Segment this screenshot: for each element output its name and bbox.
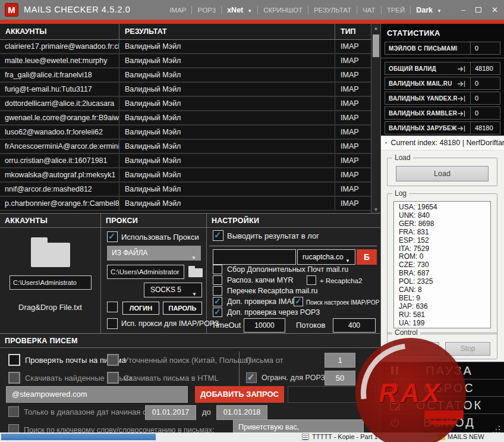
table-row[interactable]: malte.leue@ewetel.net:murphyВалидный Мэй… (0, 54, 371, 68)
load-button[interactable]: Load (396, 166, 489, 181)
date-range-checkbox[interactable] (8, 406, 19, 417)
menu-item-чат[interactable]: ЧАТ (357, 7, 380, 14)
result-cell: Валидный Мэйл (119, 83, 335, 96)
table-scrollbar[interactable]: ▲ ▼ (371, 24, 380, 214)
remainder-button[interactable]: ОСТАТОК (381, 396, 504, 413)
table-row[interactable]: dottordellicarri@alice.it:2lucasaraВалид… (0, 97, 371, 111)
pop3-limit-input[interactable]: 50 (325, 371, 355, 385)
resize-grip[interactable] (493, 425, 501, 433)
dragdrop-folder-icon[interactable] (31, 237, 70, 267)
maximize-button[interactable] (475, 7, 481, 12)
scroll-up-icon[interactable]: ▲ (371, 26, 380, 31)
download-html-checkbox[interactable] (107, 372, 119, 384)
download-found-checkbox[interactable] (8, 372, 20, 384)
accounts-path-input[interactable]: C:\Users\Administrato (10, 275, 92, 290)
menu-item-pop3[interactable]: POP3 (192, 7, 221, 14)
date-from-input[interactable]: 01.01.2017 (145, 405, 196, 420)
timeout-input[interactable]: 10000 (244, 318, 285, 333)
extra-imap-checkbox[interactable] (213, 297, 222, 306)
proxy-login-button[interactable]: ЛОГИН (122, 302, 159, 315)
query-secondary-button[interactable] (288, 386, 376, 403)
captcha-myr-checkbox[interactable] (213, 275, 222, 285)
account-cell: p.charbonnier@orange.fr:Cambel82 (0, 197, 119, 210)
extra-pop3-checkbox[interactable] (213, 308, 222, 317)
export-arrow-icon[interactable] (457, 94, 470, 102)
result-cell: Валидный Мэйл (119, 97, 335, 110)
proxy-auth-checkbox[interactable] (107, 302, 118, 312)
recaptcha-mailru-checkbox[interactable] (213, 286, 222, 296)
table-row[interactable]: frAncescoerminiA@arcor.de:erminiaВалидны… (0, 140, 371, 154)
use-proxy-checkbox[interactable] (107, 231, 118, 242)
accounts-panel: АККАУНТЫ C:\Users\Administrato Drag&Drop… (0, 214, 101, 334)
captcha-myr-label: Распоз. капчи MYR (227, 276, 294, 284)
menu-item-скриншот[interactable]: СКРИНШОТ (258, 7, 308, 14)
background-folder-label[interactable]: MAILS NEW (448, 433, 484, 440)
pop3-limit-checkbox[interactable] (246, 372, 257, 383)
query-input[interactable]: @steampowered.com (6, 386, 188, 403)
proxy-type-select[interactable]: SOCKS 5▼ (144, 283, 202, 297)
account-cell: luso62@wanadoo.fr:loreleii62 (0, 126, 119, 139)
close-button[interactable]: ✕ (492, 6, 498, 14)
account-cell: malte.leue@ewetel.net:murphy (0, 54, 119, 67)
account-cell: furig@t-email.hu:Tutu3117 (0, 83, 119, 96)
menu-item-результат[interactable]: РЕЗУЛЬТАТ (308, 7, 357, 14)
table-row[interactable]: clairiere17.primaire@wanadoo.fr:clairiВа… (0, 40, 371, 54)
column-header-type[interactable]: ТИП (335, 24, 371, 39)
log-result-checkbox[interactable] (213, 230, 223, 241)
date-to-input[interactable]: 01.01.2018 (216, 405, 267, 420)
background-window-title[interactable]: ТТТТТ - Kopie - Part 1 (312, 433, 378, 440)
collect-mailru-checkbox[interactable] (213, 265, 222, 274)
imap-pop-settings-checkbox[interactable] (294, 297, 303, 306)
extra-imap-label: Доп. проверка IMAP (227, 297, 297, 306)
start-button[interactable]: Start (394, 342, 439, 356)
table-row[interactable]: mkowalska@autograf.pl:meksyk1Валидный Мэ… (0, 168, 371, 183)
table-row[interactable]: p.charbonnier@orange.fr:Cambel82Валидный… (0, 197, 371, 211)
menu-item-xnet[interactable]: xNet▼ (222, 6, 257, 14)
menu-item-imap[interactable]: IMAP (164, 7, 191, 14)
current-index-text: Current index: 48180 | NerfDoriftar (390, 139, 504, 147)
log-textbox[interactable]: USA: 19654 UNK: 840 GER: 8698 FRA: 831 E… (393, 201, 491, 328)
collect-mailru-label: Сбор Дополнительных Почт mail.ru (227, 265, 348, 274)
threads-input[interactable]: 400 (333, 318, 376, 333)
add-query-button[interactable]: ДОБАВИТЬ ЗАПРОС (195, 386, 284, 403)
column-header-result[interactable]: РЕЗУЛЬТАТ (119, 24, 335, 39)
menu-item-dark[interactable]: Dark▼ (411, 6, 447, 14)
proxy-source-select[interactable]: ИЗ ФАЙЛА▼ (107, 246, 201, 261)
table-row[interactable]: luso62@wanadoo.fr:loreleii62Валидный Мэй… (0, 126, 371, 140)
proxy-password-button[interactable]: ПАРОЛЬ (163, 302, 202, 315)
table-row[interactable]: orru.cristian@alice.it:16071981Валидный … (0, 154, 371, 168)
reset-button[interactable]: СБРОС (381, 379, 504, 396)
check-letters-checkbox[interactable] (8, 354, 20, 366)
scroll-down-icon[interactable]: ▼ (371, 207, 380, 212)
minimize-button[interactable]: – (461, 6, 465, 14)
menu-item-трей[interactable]: ТРЕЙ (382, 7, 411, 14)
table-row[interactable]: fra_gali@alice.it:franelvi18Валидный Мэй… (0, 68, 371, 83)
export-arrow-icon[interactable] (457, 109, 470, 117)
proxy-folder-button[interactable] (188, 264, 203, 279)
export-arrow-icon[interactable] (457, 79, 470, 87)
trash-icon (381, 383, 407, 393)
stop-button[interactable]: Stop (445, 342, 490, 356)
window-title: MAILS CHECKER 4.5.2.0 (24, 0, 130, 20)
proxy-for-imap-checkbox[interactable] (107, 318, 118, 329)
scrollbar-thumb[interactable] (373, 35, 379, 57)
refined-search-checkbox[interactable] (107, 354, 119, 366)
balance-button[interactable]: Б (357, 249, 377, 265)
captcha-key-input[interactable] (213, 249, 296, 265)
recaptcha2-checkbox[interactable] (307, 275, 316, 285)
results-table: АККАУНТЫ РЕЗУЛЬТАТ ТИП clairiere17.prima… (0, 24, 371, 214)
letters-from-input[interactable]: 1 (325, 353, 355, 368)
captcha-service-select[interactable]: rucaptcha.co▼ (297, 249, 355, 265)
result-cell: Валидный Мэйл (119, 140, 335, 153)
proxy-path-input[interactable]: C:\Users\Administrator (107, 265, 184, 279)
type-cell: IMAP (335, 126, 371, 139)
exit-button[interactable]: ВЫХОД (381, 413, 504, 431)
pause-button[interactable]: ПАУЗА (381, 362, 504, 379)
table-row[interactable]: gwenael.le.corre@orange.fr:B9aiwtwxВалид… (0, 111, 371, 126)
export-arrow-icon[interactable] (457, 64, 470, 73)
table-row[interactable]: nnif@arcor.de:mashed812Валидный МэйлIMAP (0, 183, 371, 197)
column-header-accounts[interactable]: АККАУНТЫ (0, 24, 119, 39)
table-row[interactable]: furig@t-email.hu:Tutu3117Валидный МэйлIM… (0, 83, 371, 97)
stat-label: ВАЛИДНЫХ MAIL.RU (385, 80, 457, 87)
export-arrow-icon[interactable] (457, 124, 470, 132)
